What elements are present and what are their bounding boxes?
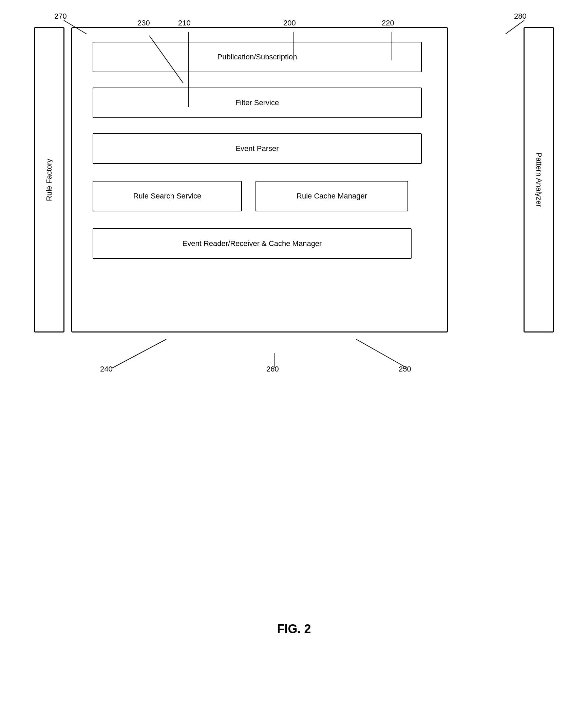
publication-subscription-box: Publication/Subscription	[93, 42, 422, 72]
ref-220: 220	[382, 19, 394, 27]
filter-service-label: Filter Service	[235, 98, 279, 107]
ref-240: 240	[100, 365, 113, 374]
rule-factory-label: Rule Factory	[45, 159, 54, 201]
event-parser-label: Event Parser	[235, 144, 279, 153]
event-reader-label: Event Reader/Receiver & Cache Manager	[183, 239, 322, 248]
rule-search-service-label: Rule Search Service	[133, 192, 202, 201]
ref-230: 230	[137, 19, 150, 27]
event-reader-box: Event Reader/Receiver & Cache Manager	[93, 228, 412, 259]
ref-210: 210	[178, 19, 191, 27]
publication-subscription-label: Publication/Subscription	[217, 53, 297, 61]
event-parser-box: Event Parser	[93, 133, 422, 164]
rule-cache-manager-label: Rule Cache Manager	[297, 192, 367, 201]
filter-service-box: Filter Service	[93, 88, 422, 118]
pattern-analyzer-label: Pattern Analyzer	[534, 152, 543, 207]
svg-line-8	[356, 339, 407, 368]
ref-280: 280	[514, 12, 527, 21]
rule-cache-manager-box: Rule Cache Manager	[255, 181, 408, 211]
figure-label: FIG. 2	[277, 622, 311, 636]
rule-factory-box: Rule Factory	[34, 27, 64, 332]
ref-270: 270	[54, 12, 67, 21]
svg-line-6	[112, 339, 166, 368]
svg-line-5	[506, 20, 524, 34]
rule-search-service-box: Rule Search Service	[93, 181, 242, 211]
ref-200: 200	[283, 19, 296, 27]
ref-260: 260	[266, 365, 279, 374]
ref-250: 250	[399, 365, 411, 374]
pattern-analyzer-box: Pattern Analyzer	[524, 27, 554, 332]
inner-area: Publication/Subscription Filter Service …	[71, 27, 448, 332]
